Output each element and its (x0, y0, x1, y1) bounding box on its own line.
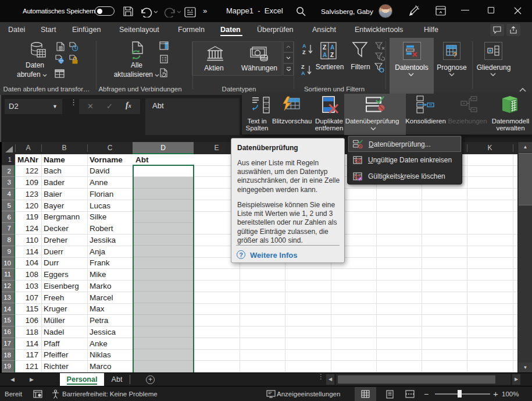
svg-text:Z: Z (330, 52, 334, 58)
svg-text:A: A (323, 52, 327, 58)
svg-text:Z: Z (323, 44, 326, 51)
svg-text:A: A (301, 70, 305, 76)
svg-text:A: A (302, 43, 306, 49)
svg-text:A: A (330, 44, 334, 51)
svg-text:?: ? (453, 51, 457, 58)
svg-text:Z: Z (301, 64, 305, 70)
svg-text:Z: Z (302, 49, 306, 55)
